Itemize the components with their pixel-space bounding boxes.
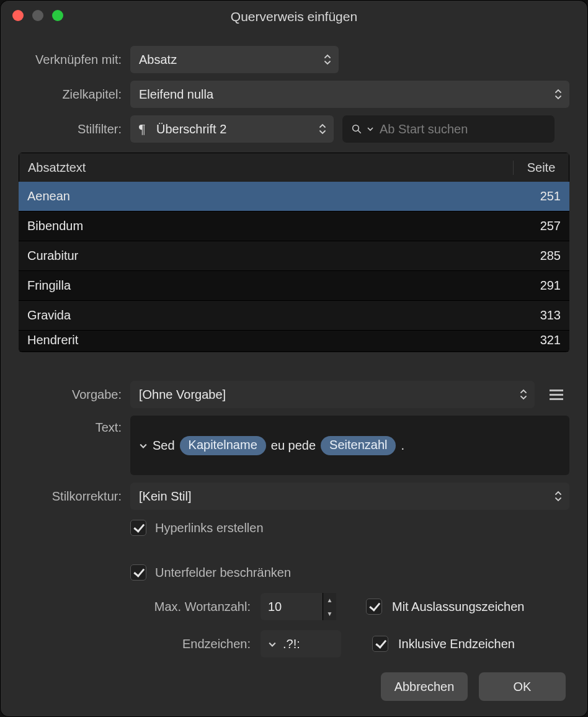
search-input[interactable] — [378, 122, 546, 137]
link-with-value: Absatz — [139, 53, 177, 67]
list-item[interactable]: Gravida 313 — [19, 301, 569, 331]
search-icon — [351, 123, 362, 135]
label-text: Text: — [19, 416, 122, 435]
target-chapter-select[interactable]: Eleifend nulla — [130, 81, 569, 108]
zoom-icon[interactable] — [52, 10, 63, 21]
field-pill-page-number[interactable]: Seitenzahl — [321, 436, 396, 455]
max-words-input[interactable]: 10 ▲ ▼ — [261, 593, 335, 620]
text-token: Sed — [153, 439, 175, 453]
inclusive-endchars-checkbox[interactable] — [372, 636, 388, 652]
cancel-button[interactable]: Abbrechen — [381, 672, 468, 701]
pilcrow-icon: ¶ — [139, 121, 145, 137]
end-chars-input[interactable]: .?!: — [261, 630, 341, 657]
close-icon[interactable] — [12, 10, 24, 21]
text-field[interactable]: Sed Kapitelname eu pede Seitenzahl . — [130, 416, 569, 475]
text-token: eu pede — [271, 439, 316, 453]
paragraph-list: Absatztext Seite Aenean 251 Bibendum 257… — [19, 153, 569, 352]
svg-line-1 — [358, 130, 361, 133]
col-page[interactable]: Seite — [513, 161, 569, 175]
style-correction-value: [Kein Stil] — [139, 489, 191, 504]
list-item[interactable]: Bibendum 257 — [19, 212, 569, 241]
window-controls — [12, 10, 63, 21]
minimize-icon — [32, 10, 43, 21]
hyperlinks-label: Hyperlinks erstellen — [155, 521, 264, 535]
svg-point-0 — [353, 125, 359, 131]
field-pill-chapter-name[interactable]: Kapitelname — [180, 436, 266, 455]
restrict-subfields-checkbox[interactable] — [130, 564, 146, 581]
label-end-chars: Endzeichen: — [130, 637, 251, 651]
list-item[interactable]: Hendrerit 321 — [19, 331, 569, 352]
label-max-words: Max. Wortanzahl: — [130, 600, 251, 614]
search-field[interactable] — [342, 115, 555, 143]
preset-select[interactable]: [Ohne Vorgabe] — [130, 381, 535, 408]
label-target-chapter: Zielkapitel: — [19, 87, 122, 102]
titlebar: Querverweis einfügen — [0, 0, 588, 33]
window-title: Querverweis einfügen — [0, 9, 588, 24]
chevron-down-icon[interactable] — [367, 126, 373, 132]
chevron-down-icon[interactable] — [268, 637, 277, 651]
restrict-subfields-label: Unterfelder beschränken — [155, 566, 291, 580]
style-correction-select[interactable]: [Kein Stil] — [130, 483, 569, 510]
ok-button[interactable]: OK — [479, 672, 566, 701]
style-filter-value: Überschrift 2 — [156, 122, 226, 136]
list-item[interactable]: Curabitur 285 — [19, 241, 569, 271]
step-up-icon[interactable]: ▲ — [323, 593, 336, 607]
list-item[interactable]: Fringilla 291 — [19, 271, 569, 301]
dialog-body: Verknüpfen mit: Absatz Zielkapitel: Elei… — [0, 33, 588, 672]
style-filter-select[interactable]: ¶ Überschrift 2 — [130, 115, 334, 143]
menu-icon — [550, 390, 563, 400]
chevron-down-icon[interactable] — [139, 439, 148, 453]
chevron-updown-icon — [555, 88, 562, 100]
dialog-footer: Abbrechen OK — [381, 672, 566, 701]
list-body[interactable]: Aenean 251 Bibendum 257 Curabitur 285 Fr… — [19, 182, 569, 352]
label-preset: Vorgabe: — [19, 388, 122, 402]
chevron-updown-icon — [319, 123, 326, 135]
chevron-updown-icon — [555, 490, 562, 502]
step-down-icon[interactable]: ▼ — [323, 607, 336, 620]
hyperlinks-checkbox[interactable] — [130, 520, 146, 536]
preset-value: [Ohne Vorgabe] — [139, 388, 226, 402]
label-style-correction: Stilkorrektur: — [19, 489, 122, 504]
list-header: Absatztext Seite — [19, 153, 569, 182]
max-words-value: 10 — [268, 600, 282, 614]
text-token: . — [401, 439, 404, 453]
link-with-select[interactable]: Absatz — [130, 46, 339, 73]
list-item[interactable]: Aenean 251 — [19, 182, 569, 212]
end-chars-value: .?!: — [283, 637, 300, 651]
dialog-window: Querverweis einfügen Verknüpfen mit: Abs… — [0, 0, 588, 717]
quantity-stepper[interactable]: ▲ ▼ — [323, 593, 336, 620]
label-style-filter: Stilfilter: — [19, 122, 122, 136]
col-text[interactable]: Absatztext — [19, 161, 513, 175]
label-link-with: Verknüpfen mit: — [19, 53, 122, 67]
target-chapter-value: Eleifend nulla — [139, 87, 213, 102]
inclusive-endchars-label: Inklusive Endzeichen — [398, 637, 515, 651]
ellipsis-checkbox[interactable] — [366, 599, 382, 615]
ellipsis-label: Mit Auslassungszeichen — [392, 600, 524, 614]
chevron-updown-icon — [520, 388, 527, 401]
preset-menu-button[interactable] — [543, 381, 569, 408]
chevron-updown-icon — [324, 53, 331, 66]
